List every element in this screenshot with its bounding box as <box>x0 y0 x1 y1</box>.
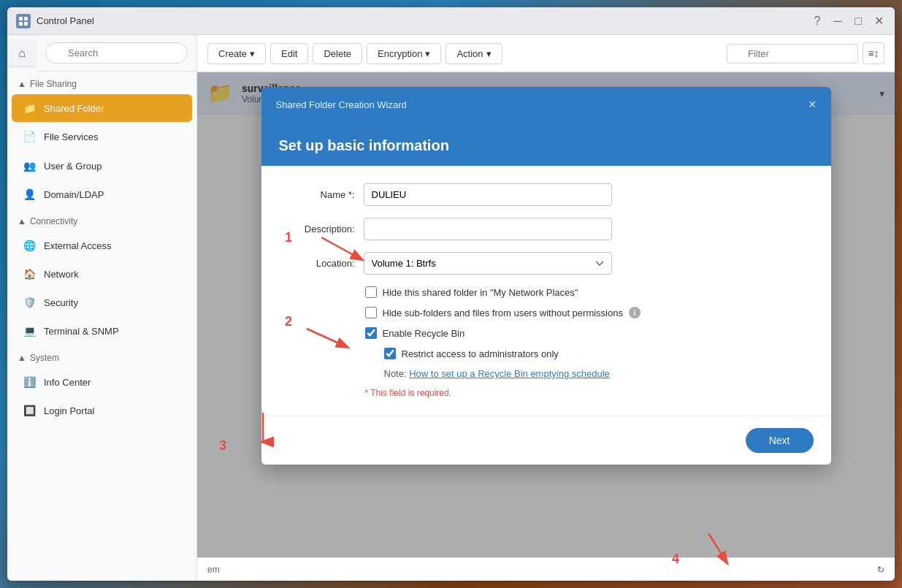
login-portal-icon: 🔲 <box>22 403 37 418</box>
close-window-button[interactable]: ✕ <box>871 14 886 28</box>
dialog-title: Shared Folder Creation Wizard <box>276 99 407 110</box>
hide-network-label: Hide this shared folder in "My Network P… <box>383 287 578 298</box>
sort-button[interactable]: ≡↕ <box>863 42 884 64</box>
filter-area: ▽ ≡↕ <box>727 42 884 64</box>
note-prefix: Note: <box>384 368 410 379</box>
recycle-bin-checkbox[interactable] <box>365 327 377 339</box>
sidebar-item-login-portal[interactable]: 🔲 Login Portal <box>12 397 192 424</box>
sidebar-section-connectivity: ▲ Connectivity 🌐 External Access 🏠 Netwo… <box>7 209 196 345</box>
status-item-count: em <box>207 565 220 575</box>
search-wrap: 🔍 <box>45 42 188 64</box>
restrict-admin-row: Restrict access to administrators only <box>282 348 811 359</box>
sidebar-item-security[interactable]: 🛡️ Security <box>12 289 192 316</box>
info-icon[interactable]: i <box>629 307 641 318</box>
hide-sub-label: Hide sub-folders and files from users wi… <box>383 308 623 318</box>
user-group-icon: 👥 <box>22 159 37 173</box>
control-panel-window: Control Panel ? ─ □ ✕ ⌂ 🔍 ▲ <box>7 7 895 581</box>
sidebar-item-label: Login Portal <box>44 405 94 416</box>
name-label: Name *: <box>282 189 355 200</box>
sidebar-item-domain-ldap[interactable]: 👤 Domain/LDAP <box>12 180 192 208</box>
note-link[interactable]: How to set up a Recycle Bin emptying sch… <box>409 368 610 379</box>
note-row: Note: How to set up a Recycle Bin emptyi… <box>282 368 811 379</box>
window-title: Control Panel <box>37 15 810 26</box>
section-label-connectivity: Connectivity <box>30 216 77 226</box>
section-label-system: System <box>30 353 59 363</box>
sidebar-item-terminal-snmp[interactable]: 💻 Terminal & SNMP <box>12 317 192 345</box>
name-field-row: Name *: <box>282 183 811 206</box>
sidebar-item-file-services[interactable]: 📄 File Services <box>12 123 192 150</box>
svg-rect-1 <box>24 17 28 20</box>
hide-network-row: Hide this shared folder in "My Network P… <box>282 286 811 298</box>
encryption-dropdown-icon: ▾ <box>425 48 430 59</box>
name-input[interactable] <box>364 183 612 206</box>
search-input[interactable] <box>45 42 188 64</box>
app-icon <box>16 14 31 28</box>
description-field-row: Description: <box>282 218 811 240</box>
section-collapse-icon: ▲ <box>18 216 26 226</box>
sidebar-item-label: User & Group <box>44 161 102 172</box>
recycle-bin-label: Enable Recycle Bin <box>383 328 465 339</box>
sidebar-section-system: ▲ System ℹ️ Info Center 🔲 Login Portal <box>7 345 196 425</box>
create-dropdown-icon: ▾ <box>250 48 255 59</box>
sidebar-item-shared-folder[interactable]: 📁 Shared Folder <box>12 94 192 122</box>
svg-rect-3 <box>24 22 28 26</box>
refresh-button[interactable]: ↻ <box>877 565 884 575</box>
maximize-button[interactable]: □ <box>851 15 865 28</box>
required-note: * This field is required. <box>282 388 811 398</box>
dialog-subtitle: Set up basic information <box>261 123 831 166</box>
dialog-close-button[interactable]: × <box>809 97 817 112</box>
sidebar-item-external-access[interactable]: 🌐 External Access <box>12 232 192 259</box>
dialog-header: Shared Folder Creation Wizard × <box>261 87 831 123</box>
hide-sub-checkbox[interactable] <box>365 307 377 318</box>
recycle-bin-row: Enable Recycle Bin <box>282 327 811 339</box>
sidebar-item-user-group[interactable]: 👥 User & Group <box>12 152 192 180</box>
sidebar-item-label: Domain/LDAP <box>44 189 104 200</box>
sidebar-item-info-center[interactable]: ℹ️ Info Center <box>12 368 192 396</box>
sidebar-item-label: External Access <box>44 240 112 251</box>
sidebar-section-file-sharing: ▲ File Sharing 📁 Shared Folder 📄 File Se… <box>7 72 196 151</box>
action-button[interactable]: Action ▾ <box>446 43 502 64</box>
svg-rect-0 <box>19 17 23 20</box>
encryption-button[interactable]: Encryption ▾ <box>367 43 441 64</box>
security-icon: 🛡️ <box>22 295 37 310</box>
help-button[interactable]: ? <box>810 15 825 28</box>
home-button[interactable]: ⌂ <box>7 39 37 67</box>
wizard-dialog: Shared Folder Creation Wizard × Set up b… <box>261 87 831 465</box>
sidebar-item-label: Network <box>44 269 79 280</box>
location-select[interactable]: Volume 1: Btrfs <box>364 252 612 275</box>
section-label-file-sharing: File Sharing <box>30 79 77 89</box>
restrict-admin-checkbox[interactable] <box>384 348 396 359</box>
create-button[interactable]: Create ▾ <box>207 43 266 64</box>
hide-sub-row: Hide sub-folders and files from users wi… <box>282 307 811 318</box>
minimize-button[interactable]: ─ <box>830 15 845 28</box>
description-label: Description: <box>282 224 355 234</box>
dialog-footer: Next <box>261 416 831 465</box>
filter-wrap: ▽ <box>727 44 858 64</box>
terminal-icon: 💻 <box>22 324 37 338</box>
sidebar-item-network[interactable]: 🏠 Network <box>12 260 192 288</box>
filter-input[interactable] <box>727 44 858 64</box>
dialog-body: Name *: Description: Location: <box>261 166 831 416</box>
sidebar-item-label: Terminal & SNMP <box>44 326 119 337</box>
section-header-file-sharing: ▲ File Sharing <box>7 72 196 93</box>
sidebar-item-label: Security <box>44 297 78 308</box>
next-button[interactable]: Next <box>746 428 814 453</box>
edit-button[interactable]: Edit <box>270 43 308 64</box>
dialog-overlay: Shared Folder Creation Wizard × Set up b… <box>197 72 895 557</box>
section-header-connectivity: ▲ Connectivity <box>7 209 196 231</box>
restrict-admin-label: Restrict access to administrators only <box>402 348 559 359</box>
hide-network-checkbox[interactable] <box>365 286 377 298</box>
content-area: 📁 surveillance Volume 1 ▾ Shared Folder … <box>197 72 895 557</box>
shared-folder-icon: 📁 <box>22 101 37 115</box>
description-input[interactable] <box>364 218 612 240</box>
right-panel: Create ▾ Edit Delete Encryption ▾ Action… <box>197 35 895 581</box>
external-access-icon: 🌐 <box>22 238 37 253</box>
delete-button[interactable]: Delete <box>313 43 362 64</box>
search-container: 🔍 <box>37 35 196 72</box>
domain-icon: 👤 <box>22 187 37 202</box>
file-services-icon: 📄 <box>22 129 37 144</box>
window-controls: ? ─ □ ✕ <box>810 14 886 28</box>
sidebar: ⌂ 🔍 ▲ File Sharing 📁 Shared Folder <box>7 35 197 581</box>
sidebar-item-label: Shared Folder <box>44 103 104 114</box>
location-field-row: Location: Volume 1: Btrfs <box>282 252 811 275</box>
